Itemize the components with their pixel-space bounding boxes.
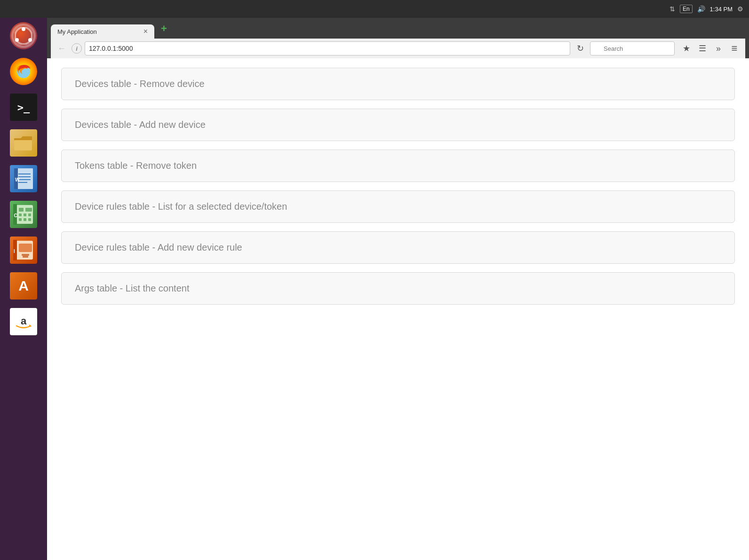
files-icon bbox=[10, 129, 37, 157]
svg-rect-7 bbox=[14, 140, 32, 150]
amazon-icon: a bbox=[10, 308, 37, 335]
svg-rect-25 bbox=[24, 218, 26, 221]
search-input[interactable] bbox=[590, 41, 675, 55]
tab-bar: My Application × + bbox=[51, 21, 745, 39]
section-item[interactable]: Devices table - Add new device bbox=[61, 109, 735, 141]
language-indicator[interactable]: En bbox=[680, 5, 693, 13]
svg-rect-19 bbox=[19, 208, 24, 212]
sidebar-item-calc[interactable]: C bbox=[7, 198, 40, 231]
search-container: 🔍 bbox=[590, 41, 675, 55]
svg-point-2 bbox=[15, 38, 19, 42]
tab-title: My Application bbox=[57, 28, 139, 35]
writer-icon: W bbox=[10, 165, 37, 192]
info-button[interactable]: i bbox=[72, 43, 82, 54]
svg-rect-24 bbox=[19, 218, 22, 221]
svg-rect-30 bbox=[19, 244, 32, 252]
section-item[interactable]: Device rules table - List for a selected… bbox=[61, 190, 735, 223]
svg-rect-26 bbox=[28, 218, 31, 221]
reader-button[interactable]: ☰ bbox=[695, 41, 709, 55]
browser-tab-active[interactable]: My Application × bbox=[51, 24, 154, 39]
svg-point-1 bbox=[22, 27, 25, 31]
svg-text:W: W bbox=[15, 177, 20, 182]
content-area: Devices table - Remove deviceDevices tab… bbox=[47, 58, 749, 560]
ubuntu-sidebar: >_ W bbox=[0, 18, 47, 560]
overflow-button[interactable]: » bbox=[711, 41, 725, 55]
sidebar-item-writer[interactable]: W bbox=[7, 162, 40, 195]
new-tab-button[interactable]: + bbox=[157, 21, 171, 37]
section-item[interactable]: Device rules table - Add new device rule bbox=[61, 231, 735, 264]
svg-rect-20 bbox=[25, 208, 32, 212]
sidebar-item-appstore[interactable]: A bbox=[7, 269, 40, 302]
impress-icon: I bbox=[10, 237, 37, 264]
browser-window: My Application × + ← i ↻ 🔍 ★ ☰ » ≡ Devic… bbox=[47, 18, 749, 560]
appstore-icon: A bbox=[10, 272, 37, 300]
sidebar-item-impress[interactable]: I bbox=[7, 234, 40, 267]
section-item[interactable]: Devices table - Remove device bbox=[61, 68, 735, 100]
firefox-icon bbox=[10, 58, 37, 85]
os-topbar: ⇅ En 🔊 1:34 PM ⚙ bbox=[0, 0, 749, 18]
svg-text:a: a bbox=[21, 315, 27, 327]
bookmark-button[interactable]: ★ bbox=[679, 41, 693, 55]
calc-icon: C bbox=[10, 201, 37, 228]
sidebar-item-firefox[interactable] bbox=[7, 55, 40, 88]
sidebar-item-amazon[interactable]: a bbox=[7, 305, 40, 338]
svg-rect-32 bbox=[23, 256, 28, 258]
sidebar-item-ubuntu[interactable] bbox=[7, 19, 40, 52]
svg-text:C: C bbox=[14, 213, 17, 218]
ubuntu-icon bbox=[10, 22, 37, 49]
address-bar[interactable] bbox=[85, 41, 570, 55]
network-icon: ⇅ bbox=[669, 5, 675, 13]
section-item[interactable]: Args table - List the content bbox=[61, 272, 735, 305]
svg-point-0 bbox=[15, 27, 32, 44]
volume-icon: 🔊 bbox=[697, 5, 705, 13]
svg-text:I: I bbox=[14, 249, 15, 254]
back-button[interactable]: ← bbox=[55, 41, 69, 55]
terminal-icon: >_ bbox=[10, 94, 37, 121]
tab-close-button[interactable]: × bbox=[143, 27, 149, 36]
svg-rect-21 bbox=[19, 213, 22, 216]
svg-point-3 bbox=[28, 38, 32, 42]
nav-right-icons: ★ ☰ » ≡ bbox=[679, 41, 741, 55]
sidebar-item-terminal[interactable]: >_ bbox=[7, 91, 40, 124]
svg-rect-22 bbox=[24, 213, 26, 216]
svg-rect-23 bbox=[28, 213, 31, 216]
nav-bar: ← i ↻ 🔍 ★ ☰ » ≡ bbox=[51, 39, 745, 58]
system-time: 1:34 PM bbox=[710, 6, 733, 13]
settings-icon[interactable]: ⚙ bbox=[737, 5, 743, 13]
section-item[interactable]: Tokens table - Remove token bbox=[61, 150, 735, 182]
browser-chrome: My Application × + ← i ↻ 🔍 ★ ☰ » ≡ bbox=[47, 18, 749, 58]
menu-button[interactable]: ≡ bbox=[727, 41, 741, 55]
reload-button[interactable]: ↻ bbox=[573, 41, 587, 55]
svg-rect-31 bbox=[22, 254, 29, 256]
sidebar-item-files[interactable] bbox=[7, 126, 40, 159]
